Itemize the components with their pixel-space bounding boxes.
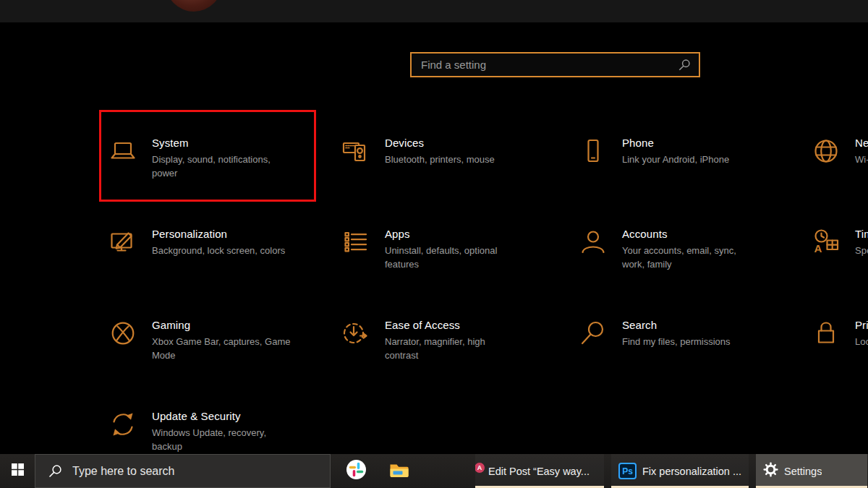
find-a-setting-search[interactable]	[410, 52, 700, 77]
taskbar-search[interactable]	[35, 454, 331, 488]
tile-subtitle: Windows Update, recovery, backup	[152, 426, 310, 453]
tile-title: Search	[622, 318, 780, 333]
app-list-icon	[341, 228, 370, 257]
tile-title: Ease of Access	[385, 318, 542, 333]
tile-subtitle: Wi-	[855, 153, 868, 166]
tile-title: Phone	[622, 136, 780, 150]
settings-tile-phone[interactable]: PhoneLink your Android, iPhone	[569, 110, 786, 201]
windows-logo-icon	[12, 463, 24, 479]
settings-tile-time-language[interactable]: ATimSpe	[802, 201, 868, 292]
phone-icon	[579, 137, 608, 166]
tile-subtitle: Link your Android, iPhone	[622, 153, 780, 166]
search-icon	[678, 59, 691, 72]
find-setting-input[interactable]	[412, 59, 678, 71]
tile-title: Devices	[385, 136, 542, 150]
keyboard-speaker-icon	[341, 137, 370, 166]
tile-title: Update & Security	[152, 409, 310, 424]
magnifier-icon	[579, 319, 608, 348]
folder-icon	[389, 461, 409, 481]
tile-subtitle: Bluetooth, printers, mouse	[385, 153, 542, 166]
taskbar-window-settings-window[interactable]: Settings	[756, 454, 867, 488]
tile-subtitle: Your accounts, email, sync, work, family	[622, 244, 780, 271]
settings-tile-search[interactable]: SearchFind my files, permissions	[569, 292, 786, 383]
taskbar-window-label: Settings	[784, 466, 822, 477]
tile-title: Accounts	[622, 227, 780, 241]
tile-subtitle: Loc	[855, 335, 868, 348]
tile-subtitle: Background, lock screen, colors	[152, 244, 310, 257]
settings-tile-privacy[interactable]: PriLoc	[802, 292, 868, 383]
tile-title: Ne	[855, 136, 868, 150]
top-bar	[0, 0, 868, 22]
settings-tile-gaming[interactable]: GamingXbox Game Bar, captures, Game Mode	[99, 292, 316, 383]
start-button[interactable]	[0, 454, 35, 488]
taskbar-app-file-explorer[interactable]	[383, 454, 416, 488]
sync-icon	[109, 410, 137, 439]
tile-subtitle: Xbox Game Bar, captures, Game Mode	[152, 335, 310, 362]
taskbar-search-input[interactable]	[71, 464, 330, 479]
tile-subtitle: Spe	[855, 244, 868, 257]
tile-title: Apps	[385, 227, 542, 241]
taskbar-window-photoshop-window[interactable]: PsFix personalization ...	[611, 454, 749, 488]
profile-badge: A	[475, 462, 485, 474]
gear-icon	[763, 462, 778, 480]
svg-text:A: A	[814, 242, 822, 254]
taskbar-window-chrome-window[interactable]: AEdit Post “Easy way...	[475, 454, 604, 488]
taskbar: AEdit Post “Easy way...PsFix personaliza…	[0, 454, 868, 488]
photoshop-icon: Ps	[618, 463, 637, 479]
tile-subtitle: Narrator, magnifier, high contrast	[385, 335, 542, 362]
ease-of-access-icon	[341, 319, 370, 348]
tile-title: System	[152, 136, 310, 150]
avatar	[166, 0, 222, 12]
lock-icon	[812, 319, 841, 348]
person-icon	[579, 228, 608, 257]
tile-title: Personalization	[152, 227, 310, 241]
taskbar-window-label: Edit Post “Easy way...	[488, 466, 590, 477]
taskbar-app-slack[interactable]	[339, 454, 373, 488]
tile-subtitle: Uninstall, defaults, optional features	[385, 244, 542, 271]
tile-subtitle: Find my files, permissions	[622, 335, 780, 348]
settings-tile-ease-of-access[interactable]: Ease of AccessNarrator, magnifier, high …	[332, 292, 549, 383]
settings-tile-accounts[interactable]: AccountsYour accounts, email, sync, work…	[569, 201, 786, 292]
slack-icon	[346, 460, 366, 482]
settings-tile-network[interactable]: NeWi-	[802, 110, 868, 201]
tile-title: Gaming	[152, 318, 310, 333]
tile-subtitle: Display, sound, notifications, power	[152, 153, 310, 180]
taskbar-window-label: Fix personalization ...	[642, 466, 741, 477]
tile-title: Tim	[855, 227, 868, 241]
settings-tile-apps[interactable]: AppsUninstall, defaults, optional featur…	[332, 201, 549, 292]
taskbar-search-icon	[48, 464, 62, 479]
desktop: { "colors": { "accent": "#ca7d2c", "sear…	[0, 0, 868, 488]
taskbar-app-chrome[interactable]	[426, 454, 459, 488]
globe-icon	[812, 137, 841, 166]
clock-language-icon: A	[812, 228, 841, 257]
xbox-icon	[109, 319, 137, 348]
monitor-pen-icon	[109, 228, 137, 257]
laptop-icon	[109, 137, 137, 166]
settings-tile-devices[interactable]: DevicesBluetooth, printers, mouse	[332, 110, 549, 201]
tile-title: Pri	[855, 318, 868, 333]
settings-tile-system[interactable]: SystemDisplay, sound, notifications, pow…	[99, 110, 316, 201]
settings-tile-personalization[interactable]: PersonalizationBackground, lock screen, …	[99, 201, 316, 292]
